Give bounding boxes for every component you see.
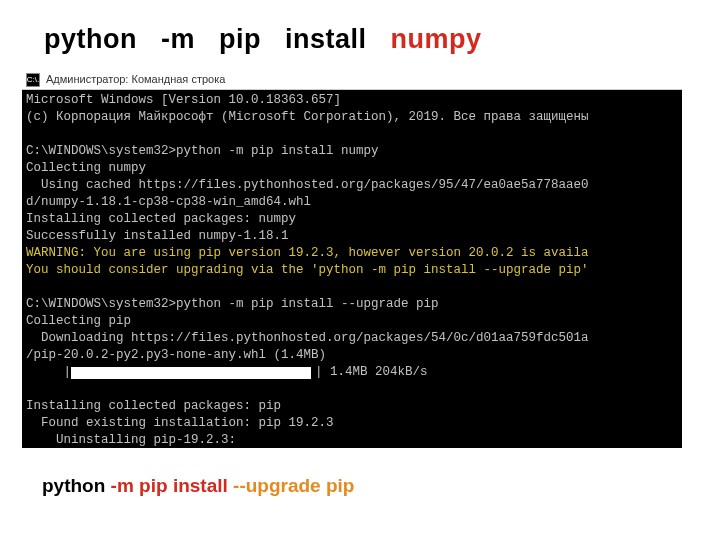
prompt: C:\WINDOWS\system32> [26, 297, 176, 311]
terminal-window: C:\. Администратор: Командная строка Mic… [22, 70, 682, 448]
term-line: d/numpy-1.18.1-cp38-cp38-win_amd64.whl [26, 195, 311, 209]
cmd-input: python -m pip install numpy [176, 144, 379, 158]
footer-part3: --upgrade pip [233, 475, 354, 496]
prompt: C:\WINDOWS\system32> [26, 144, 176, 158]
term-line: Microsoft Windows [Version 10.0.18363.65… [26, 93, 341, 107]
terminal-content[interactable]: Microsoft Windows [Version 10.0.18363.65… [22, 90, 682, 448]
term-line: /pip-20.0.2-py2.py3-none-any.whl (1.4MB) [26, 348, 326, 362]
term-line: Downloading https://files.pythonhosted.o… [26, 331, 589, 345]
footer-command: python -m pip install --upgrade pip [42, 475, 354, 497]
heading-package: numpy [391, 24, 482, 54]
term-line: Successfully installed numpy-1.18.1 [26, 229, 289, 243]
heading-part1: python [44, 24, 137, 54]
heading-part4: install [285, 24, 367, 54]
progress-text: | 1.4MB 204kB/s [315, 364, 428, 381]
titlebar-text: Администратор: Командная строка [46, 71, 225, 88]
heading-command: python -m pip install numpy [44, 24, 482, 55]
cmd-icon: C:\. [26, 73, 40, 87]
footer-part2: -m pip install [111, 475, 233, 496]
heading-part2: -m [161, 24, 195, 54]
footer-part1: python [42, 475, 111, 496]
term-line: Collecting pip [26, 314, 131, 328]
heading-part3: pip [219, 24, 261, 54]
term-line: (c) Корпорация Майкрософт (Microsoft Cor… [26, 110, 589, 124]
term-line: Installing collected packages: numpy [26, 212, 296, 226]
cmd-input: python -m pip install --upgrade pip [176, 297, 439, 311]
warning-line: You should consider upgrading via the 'p… [26, 263, 589, 277]
term-line: Using cached https://files.pythonhosted.… [26, 178, 589, 192]
progress-bar [71, 367, 311, 379]
term-line: Found existing installation: pip 19.2.3 [26, 416, 334, 430]
warning-line: WARNING: You are using pip version 19.2.… [26, 246, 589, 260]
term-line: Installing collected packages: pip [26, 399, 281, 413]
progress-row: || 1.4MB 204kB/s [26, 364, 678, 381]
progress-indent: | [26, 364, 71, 381]
term-line: Collecting numpy [26, 161, 146, 175]
titlebar: C:\. Администратор: Командная строка [22, 70, 682, 90]
term-line: Uninstalling pip-19.2.3: [26, 433, 236, 447]
